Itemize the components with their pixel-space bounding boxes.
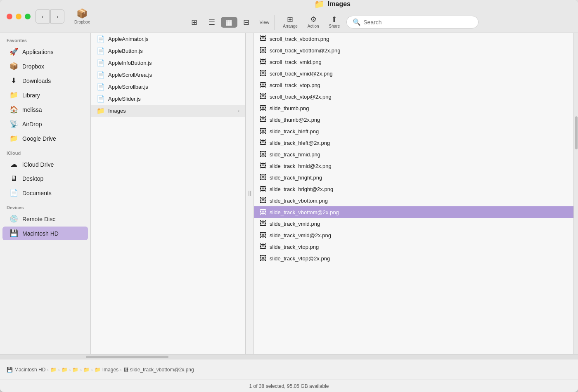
search-box[interactable]: 🔍 [346,16,479,28]
sidebar-item-library[interactable]: 📁 Library [2,88,88,102]
sidebar-item-label-desktop: Desktop [22,175,43,182]
file-name: slide_track_hmid.png [270,151,568,158]
sidebar-item-remote-disc[interactable]: 💿 Remote Disc [2,212,88,226]
view-gallery-button[interactable]: ⊟ [238,17,255,28]
view-list-button[interactable]: ☰ [204,17,220,28]
sidebar-item-icloud-drive[interactable]: ☁ iCloud Drive [2,158,88,171]
file-name: slide_track_hleft@2x.png [270,140,568,146]
nav-arrows: ‹ › [36,9,64,24]
file-row[interactable]: 📄 AppleAnimator.js [91,33,245,45]
file-row[interactable]: 📄 AppleInfoButton.js [91,57,245,69]
file-row[interactable]: 🖼 scroll_track_vmid@2x.png [254,68,573,79]
file-row[interactable]: 🖼 slide_track_vtop.png [254,241,573,253]
file-row[interactable]: 📄 AppleScrollbar.js [91,81,245,93]
file-row[interactable]: 📄 AppleButton.js [91,45,245,57]
file-name: slide_track_hleft.png [270,128,568,135]
file-area: 📄 AppleAnimator.js 📄 AppleButton.js 📄 Ap… [91,33,578,354]
icloud-drive-icon: ☁ [9,160,18,169]
file-row[interactable]: 🖼 scroll_track_vbottom@2x.png [254,45,573,56]
google-drive-icon: 📁 [9,134,18,143]
search-input[interactable] [363,19,472,26]
horizontal-scrollbar-area[interactable] [0,354,578,359]
file-name: slide_track_vmid@2x.png [270,232,568,239]
arrange-button[interactable]: ⊞ Arrange [280,14,301,30]
image-icon: 🖼 [260,104,266,112]
documents-icon: 📄 [9,189,18,197]
applications-icon: 🚀 [9,47,18,56]
breadcrumb-file[interactable]: 🖼 slide_track_vbottom@2x.png [123,367,194,373]
view-label: View [260,20,270,25]
image-icon: 🖼 [260,81,266,89]
file-row[interactable]: 🖼 slide_track_vbottom.png [254,195,573,206]
file-row[interactable]: 🖼 scroll_track_vtop@2x.png [254,91,573,102]
file-row[interactable]: 🖼 slide_track_vmid.png [254,218,573,229]
file-row[interactable]: 🖼 slide_track_hleft@2x.png [254,137,573,149]
file-row[interactable]: 🖼 scroll_track_vbottom.png [254,33,573,45]
library-icon: 📁 [9,91,18,99]
breadcrumb-macintosh[interactable]: 💾 Macintosh HD [7,367,45,373]
image-icon: 🖼 [260,243,266,250]
sidebar-item-applications[interactable]: 🚀 Applications [2,45,88,59]
file-name: AppleSlider.js [108,96,239,102]
breadcrumb-sep: › [80,367,82,372]
file-row[interactable]: 🖼 slide_track_hmid@2x.png [254,160,573,172]
file-row[interactable]: 🖼 slide_thumb.png [254,102,573,114]
breadcrumb-folder3[interactable]: 📁 [72,367,78,373]
horizontal-scrollbar-thumb[interactable] [86,356,168,358]
share-button[interactable]: ⬆ Share [326,14,343,30]
minimize-button[interactable] [16,14,21,19]
breadcrumb-sep: › [91,367,93,372]
sidebar-item-dropbox[interactable]: 📦 Dropbox [2,59,88,73]
file-row-images-folder[interactable]: 📁 Images › [91,105,245,117]
image-icon: 🖼 [260,220,266,227]
view-grid-button[interactable]: ⊞ [186,17,203,28]
view-column-button[interactable]: ▦ [221,17,237,28]
file-row[interactable]: 🖼 scroll_track_vmid.png [254,56,573,68]
scrollbar-thumb[interactable] [575,116,578,149]
file-row[interactable]: 🖼 slide_track_vtop@2x.png [254,253,573,264]
sidebar-item-label-google-drive: Google Drive [22,135,56,142]
file-row[interactable]: 🖼 slide_thumb@2x.png [254,114,573,125]
action-button[interactable]: ⚙ Action [304,14,322,30]
file-row[interactable]: 📄 AppleSlider.js [91,93,245,105]
file-row[interactable]: 🖼 slide_track_hmid.png [254,149,573,160]
airdrop-icon: 📡 [9,120,18,128]
column-3: 🖼 scroll_track_vbottom.png 🖼 scroll_trac… [254,33,574,354]
status-text: 1 of 38 selected, 95.05 GB available [249,383,329,389]
breadcrumb-sep: › [69,367,71,372]
file-name: AppleInfoButton.js [108,60,239,66]
sidebar-item-label-dropbox: Dropbox [22,63,44,70]
back-button[interactable]: ‹ [36,9,50,24]
view-controls: ⊞ ☰ ▦ ⊟ [186,17,255,28]
file-row[interactable]: 🖼 slide_track_hright.png [254,172,573,183]
sidebar-item-documents[interactable]: 📄 Documents [2,186,88,200]
breadcrumb-images-label: Images [102,367,118,373]
breadcrumb-folder2[interactable]: 📁 [62,367,68,373]
maximize-button[interactable] [25,14,31,19]
sidebar-item-melissa[interactable]: 🏠 melissa [2,103,88,116]
sidebar-item-downloads[interactable]: ⬇ Downloads [2,74,88,87]
file-row[interactable]: 🖼 slide_track_hright@2x.png [254,183,573,195]
file-row[interactable]: 🖼 slide_track_vmid@2x.png [254,229,573,241]
close-button[interactable] [7,14,12,19]
sidebar-item-airdrop[interactable]: 📡 AirDrop [2,117,88,131]
file-name: slide_track_vmid.png [270,221,568,227]
file-icon: 📄 [97,59,105,67]
sidebar-item-label-macintosh-hd: Macintosh HD [22,230,59,237]
breadcrumb-folder1[interactable]: 📁 [50,367,57,373]
file-row[interactable]: 🖼 scroll_track_vtop.png [254,79,573,91]
file-row[interactable]: 📄 AppleScrollArea.js [91,69,245,81]
sidebar-item-google-drive[interactable]: 📁 Google Drive [2,132,88,145]
toolbar: ⊞ ☰ ▦ ⊟ View ⊞ Arrange [181,11,484,34]
sidebar-item-label-applications: Applications [22,49,54,55]
sidebar-item-desktop[interactable]: 🖥 Desktop [2,172,88,185]
image-icon: 🖼 [260,174,266,181]
forward-button[interactable]: › [50,9,64,24]
breadcrumb-folder4[interactable]: 📁 [83,367,90,373]
file-row-selected[interactable]: 🖼 slide_track_vbottom@2x.png [254,206,573,218]
file-row[interactable]: 🖼 slide_track_hleft.png [254,125,573,137]
breadcrumb-images[interactable]: 📁 Images [95,367,118,373]
vertical-scrollbar[interactable] [574,33,578,354]
sidebar-item-macintosh-hd[interactable]: 💾 Macintosh HD [2,227,88,240]
dropbox-button[interactable]: 📦 Dropbox [71,7,93,26]
